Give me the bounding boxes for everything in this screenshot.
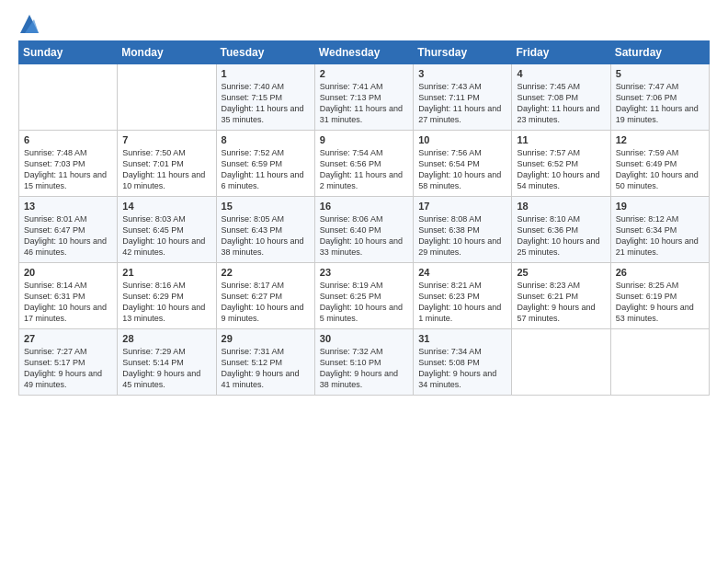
- calendar-cell: 2Sunrise: 7:41 AM Sunset: 7:13 PM Daylig…: [314, 64, 413, 131]
- day-number: 16: [320, 201, 408, 212]
- day-info: Sunrise: 8:05 AM Sunset: 6:43 PM Dayligh…: [222, 213, 310, 259]
- calendar-cell: 15Sunrise: 8:05 AM Sunset: 6:43 PM Dayli…: [216, 197, 314, 263]
- day-number: 13: [24, 201, 112, 212]
- day-number: 9: [320, 134, 408, 145]
- day-info: Sunrise: 7:47 AM Sunset: 7:06 PM Dayligh…: [616, 81, 704, 126]
- calendar-cell: 8Sunrise: 7:52 AM Sunset: 6:59 PM Daylig…: [216, 131, 314, 197]
- calendar-cell: 24Sunrise: 8:21 AM Sunset: 6:23 PM Dayli…: [414, 263, 512, 329]
- day-number: 27: [24, 333, 112, 344]
- day-info: Sunrise: 8:01 AM Sunset: 6:47 PM Dayligh…: [24, 213, 112, 259]
- day-number: 25: [517, 267, 605, 278]
- day-info: Sunrise: 7:54 AM Sunset: 6:56 PM Dayligh…: [320, 147, 408, 192]
- day-info: Sunrise: 7:50 AM Sunset: 7:01 PM Dayligh…: [122, 147, 210, 192]
- calendar-cell: 17Sunrise: 8:08 AM Sunset: 6:38 PM Dayli…: [414, 197, 512, 263]
- day-number: 17: [418, 201, 506, 212]
- day-info: Sunrise: 8:03 AM Sunset: 6:45 PM Dayligh…: [122, 213, 210, 259]
- page: SundayMondayTuesdayWednesdayThursdayFrid…: [0, 0, 728, 407]
- header-day-saturday: Saturday: [610, 41, 709, 64]
- header-day-tuesday: Tuesday: [216, 41, 314, 64]
- day-number: 22: [222, 267, 310, 278]
- calendar-cell: 25Sunrise: 8:23 AM Sunset: 6:21 PM Dayli…: [512, 263, 610, 329]
- logo-icon: [20, 15, 39, 33]
- calendar-cell: 10Sunrise: 7:56 AM Sunset: 6:54 PM Dayli…: [414, 131, 512, 197]
- calendar-cell: 12Sunrise: 7:59 AM Sunset: 6:49 PM Dayli…: [610, 131, 709, 197]
- calendar-cell: 31Sunrise: 7:34 AM Sunset: 5:08 PM Dayli…: [414, 329, 512, 396]
- day-info: Sunrise: 8:16 AM Sunset: 6:29 PM Dayligh…: [122, 280, 210, 325]
- calendar-cell: 14Sunrise: 8:03 AM Sunset: 6:45 PM Dayli…: [118, 197, 216, 263]
- calendar-cell: 11Sunrise: 7:57 AM Sunset: 6:52 PM Dayli…: [512, 131, 610, 197]
- calendar-cell: 1Sunrise: 7:40 AM Sunset: 7:15 PM Daylig…: [216, 64, 314, 131]
- calendar-cell: 26Sunrise: 8:25 AM Sunset: 6:19 PM Dayli…: [610, 263, 709, 329]
- calendar-cell: 13Sunrise: 8:01 AM Sunset: 6:47 PM Dayli…: [19, 197, 118, 263]
- day-number: 7: [122, 134, 210, 145]
- day-info: Sunrise: 8:17 AM Sunset: 6:27 PM Dayligh…: [222, 280, 310, 325]
- calendar-cell: 19Sunrise: 8:12 AM Sunset: 6:34 PM Dayli…: [610, 197, 709, 263]
- week-row-5: 27Sunrise: 7:27 AM Sunset: 5:17 PM Dayli…: [19, 329, 710, 396]
- day-info: Sunrise: 7:43 AM Sunset: 7:11 PM Dayligh…: [418, 81, 506, 126]
- calendar-cell: 20Sunrise: 8:14 AM Sunset: 6:31 PM Dayli…: [19, 263, 118, 329]
- week-row-1: 1Sunrise: 7:40 AM Sunset: 7:15 PM Daylig…: [19, 64, 710, 131]
- day-info: Sunrise: 8:23 AM Sunset: 6:21 PM Dayligh…: [517, 280, 605, 325]
- calendar-table: SundayMondayTuesdayWednesdayThursdayFrid…: [18, 40, 710, 396]
- day-number: 2: [320, 68, 408, 79]
- day-number: 30: [320, 333, 408, 344]
- day-info: Sunrise: 8:12 AM Sunset: 6:34 PM Dayligh…: [616, 213, 704, 259]
- calendar-cell: [512, 329, 610, 396]
- header: [18, 15, 710, 33]
- day-info: Sunrise: 8:10 AM Sunset: 6:36 PM Dayligh…: [517, 213, 605, 259]
- day-info: Sunrise: 8:25 AM Sunset: 6:19 PM Dayligh…: [616, 280, 704, 325]
- day-info: Sunrise: 7:52 AM Sunset: 6:59 PM Dayligh…: [222, 147, 310, 192]
- calendar-cell: 18Sunrise: 8:10 AM Sunset: 6:36 PM Dayli…: [512, 197, 610, 263]
- day-info: Sunrise: 8:06 AM Sunset: 6:40 PM Dayligh…: [320, 213, 408, 259]
- day-info: Sunrise: 8:19 AM Sunset: 6:25 PM Dayligh…: [320, 280, 408, 325]
- day-number: 4: [517, 68, 605, 79]
- calendar-cell: 21Sunrise: 8:16 AM Sunset: 6:29 PM Dayli…: [118, 263, 216, 329]
- day-number: 24: [418, 267, 506, 278]
- day-info: Sunrise: 7:45 AM Sunset: 7:08 PM Dayligh…: [517, 81, 605, 126]
- day-info: Sunrise: 7:29 AM Sunset: 5:14 PM Dayligh…: [122, 346, 210, 391]
- header-day-wednesday: Wednesday: [314, 41, 413, 64]
- day-number: 18: [517, 201, 605, 212]
- day-info: Sunrise: 7:31 AM Sunset: 5:12 PM Dayligh…: [222, 346, 310, 391]
- day-info: Sunrise: 8:14 AM Sunset: 6:31 PM Dayligh…: [24, 280, 112, 325]
- day-number: 29: [222, 333, 310, 344]
- day-number: 5: [616, 68, 704, 79]
- day-info: Sunrise: 7:48 AM Sunset: 7:03 PM Dayligh…: [24, 147, 112, 192]
- day-info: Sunrise: 7:40 AM Sunset: 7:15 PM Dayligh…: [222, 81, 310, 126]
- day-info: Sunrise: 7:57 AM Sunset: 6:52 PM Dayligh…: [517, 147, 605, 192]
- logo: [18, 15, 39, 33]
- day-info: Sunrise: 7:59 AM Sunset: 6:49 PM Dayligh…: [616, 147, 704, 192]
- day-number: 20: [24, 267, 112, 278]
- day-number: 26: [616, 267, 704, 278]
- header-day-friday: Friday: [512, 41, 610, 64]
- header-day-monday: Monday: [118, 41, 216, 64]
- week-row-4: 20Sunrise: 8:14 AM Sunset: 6:31 PM Dayli…: [19, 263, 710, 329]
- day-number: 15: [222, 201, 310, 212]
- day-number: 28: [122, 333, 210, 344]
- calendar-cell: 28Sunrise: 7:29 AM Sunset: 5:14 PM Dayli…: [118, 329, 216, 396]
- calendar-cell: 27Sunrise: 7:27 AM Sunset: 5:17 PM Dayli…: [19, 329, 118, 396]
- calendar-cell: 4Sunrise: 7:45 AM Sunset: 7:08 PM Daylig…: [512, 64, 610, 131]
- day-info: Sunrise: 7:34 AM Sunset: 5:08 PM Dayligh…: [418, 346, 506, 391]
- calendar-cell: 23Sunrise: 8:19 AM Sunset: 6:25 PM Dayli…: [314, 263, 413, 329]
- day-info: Sunrise: 8:08 AM Sunset: 6:38 PM Dayligh…: [418, 213, 506, 259]
- calendar-cell: 5Sunrise: 7:47 AM Sunset: 7:06 PM Daylig…: [610, 64, 709, 131]
- day-info: Sunrise: 7:41 AM Sunset: 7:13 PM Dayligh…: [320, 81, 408, 126]
- day-number: 8: [222, 134, 310, 145]
- day-number: 1: [222, 68, 310, 79]
- calendar-cell: 3Sunrise: 7:43 AM Sunset: 7:11 PM Daylig…: [414, 64, 512, 131]
- day-info: Sunrise: 7:32 AM Sunset: 5:10 PM Dayligh…: [320, 346, 408, 391]
- day-info: Sunrise: 8:21 AM Sunset: 6:23 PM Dayligh…: [418, 280, 506, 325]
- week-row-2: 6Sunrise: 7:48 AM Sunset: 7:03 PM Daylig…: [19, 131, 710, 197]
- header-row: SundayMondayTuesdayWednesdayThursdayFrid…: [19, 41, 710, 64]
- day-number: 23: [320, 267, 408, 278]
- day-number: 12: [616, 134, 704, 145]
- calendar-cell: 6Sunrise: 7:48 AM Sunset: 7:03 PM Daylig…: [19, 131, 118, 197]
- calendar-cell: [118, 64, 216, 131]
- calendar-cell: [19, 64, 118, 131]
- day-info: Sunrise: 7:56 AM Sunset: 6:54 PM Dayligh…: [418, 147, 506, 192]
- day-number: 21: [122, 267, 210, 278]
- header-day-thursday: Thursday: [414, 41, 512, 64]
- calendar-cell: [610, 329, 709, 396]
- calendar-cell: 29Sunrise: 7:31 AM Sunset: 5:12 PM Dayli…: [216, 329, 314, 396]
